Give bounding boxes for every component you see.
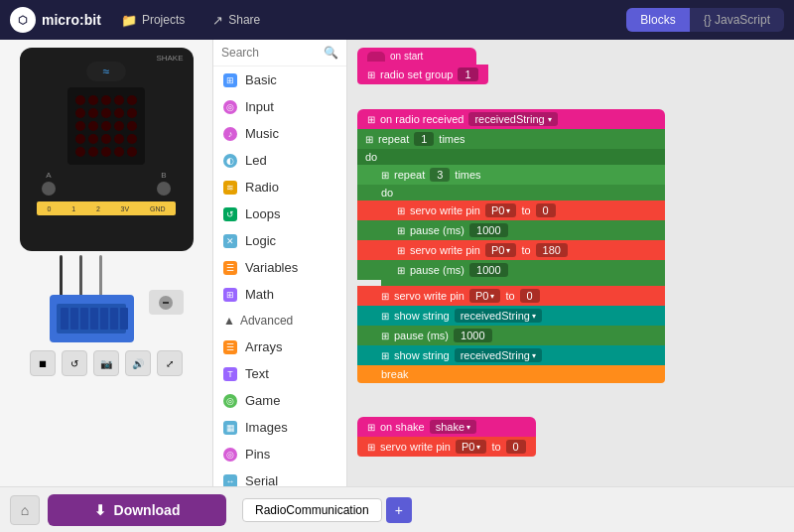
blocks-mode-button[interactable]: Blocks — [626, 8, 689, 32]
show-string-1-dropdown[interactable]: receivedString ▾ — [455, 309, 542, 323]
home-icon: ⌂ — [21, 502, 29, 518]
show-string-1-icon: ⊞ — [381, 311, 389, 322]
sidebar-item-variables[interactable]: ☰ Variables — [213, 254, 346, 281]
serial-icon: ↔ — [223, 474, 237, 487]
servo-pin-0[interactable]: P0 ▾ — [485, 203, 516, 217]
tab-label: RadioCommunication — [255, 503, 369, 517]
categories-panel: 🔍 ⊞ Basic ◎ Input ♪ Music ◐ Led ≋ Radio … — [213, 40, 347, 486]
loops-label: Loops — [245, 206, 280, 221]
advanced-section-header[interactable]: ▲ Advanced — [213, 308, 346, 333]
sidebar-item-loops[interactable]: ↺ Loops — [213, 200, 346, 227]
javascript-mode-button[interactable]: {} JavaScript — [690, 8, 784, 32]
show-string-1-block: ⊞ show string receivedString ▾ — [357, 306, 665, 326]
tab-bar: RadioCommunication + — [242, 497, 412, 523]
repeat-3-value: 3 — [430, 168, 450, 182]
sidebar-item-logic[interactable]: ✕ Logic — [213, 227, 346, 254]
sidebar-item-arrays[interactable]: ☰ Arrays — [213, 333, 346, 360]
input-icon: ◎ — [223, 100, 237, 114]
on-start-hat: on start — [357, 48, 476, 65]
on-radio-received-label: on radio received — [380, 113, 463, 125]
sidebar-item-serial[interactable]: ↔ Serial — [213, 467, 346, 486]
sidebar-item-radio[interactable]: ≋ Radio — [213, 174, 346, 200]
break-label: break — [381, 368, 409, 380]
break-block: break — [357, 365, 665, 383]
sidebar-item-pins[interactable]: ◎ Pins — [213, 441, 346, 467]
ab-buttons-row: A B — [42, 171, 171, 196]
images-label: Images — [245, 420, 288, 435]
share-button[interactable]: ↗ Share — [204, 9, 268, 32]
on-shake-group: ⊞ on shake shake ▾ ⊞ servo write pin P0 … — [357, 417, 536, 457]
radio-label: Radio — [245, 180, 279, 195]
servo-val-0b: 0 — [520, 289, 540, 303]
pause-val-1000b: 1000 — [469, 263, 507, 277]
on-radio-received-hat: ⊞ on radio received receivedString ▾ — [357, 109, 665, 129]
repeat-1-value: 1 — [414, 132, 434, 146]
home-button[interactable]: ⌂ — [10, 495, 40, 525]
logo: ⬡ micro:bit — [10, 7, 101, 33]
basic-icon: ⊞ — [223, 73, 237, 87]
download-button[interactable]: ⬇ Download — [48, 494, 226, 526]
arrays-icon: ☰ — [223, 340, 237, 354]
expand-button[interactable]: ⤢ — [157, 350, 183, 376]
variables-icon: ☰ — [223, 261, 237, 275]
repeat-1-container: ⊞ repeat 1 times — [357, 129, 665, 149]
pause-c-icon: ⊞ — [381, 331, 389, 341]
pins-label: Pins — [245, 447, 270, 462]
text-icon: T — [223, 367, 237, 381]
sidebar-item-music[interactable]: ♪ Music — [213, 120, 346, 147]
text-label: Text — [245, 366, 269, 381]
radio-set-group-label: radio set group — [380, 68, 453, 80]
sound-button[interactable]: 🔊 — [125, 350, 151, 376]
search-input[interactable] — [221, 46, 320, 60]
on-radio-received-group: ⊞ on radio received receivedString ▾ ⊞ r… — [357, 109, 665, 383]
pause-1000c-block: ⊞ pause (ms) 1000 — [357, 326, 665, 345]
b-button[interactable] — [157, 182, 171, 196]
screenshot-button[interactable]: 📷 — [93, 350, 119, 376]
music-icon: ♪ — [223, 127, 237, 141]
servo-0-icon: ⊞ — [397, 205, 405, 216]
servo-pin-180[interactable]: P0 ▾ — [485, 243, 516, 257]
blocks-canvas: on start ⊞ radio set group 1 ⊞ on radio … — [347, 40, 794, 486]
pins-icon: ◎ — [223, 448, 237, 462]
search-icon: 🔍 — [324, 46, 338, 60]
download-icon: ⬇ — [94, 502, 106, 518]
do-label-row-2: do — [357, 185, 665, 200]
received-string-dropdown[interactable]: receivedString ▾ — [468, 112, 557, 126]
restart-button[interactable]: ↺ — [62, 350, 87, 376]
show-string-2-dropdown[interactable]: receivedString ▾ — [455, 348, 542, 362]
math-label: Math — [245, 287, 274, 302]
tab-new-button[interactable]: + — [386, 497, 412, 523]
servo-val-0a: 0 — [536, 203, 556, 217]
shake-dropdown[interactable]: shake ▾ — [430, 420, 476, 434]
servo-write-0-block: ⊞ servo write pin P0 ▾ to 0 — [357, 200, 665, 220]
share-icon: ↗ — [212, 13, 223, 28]
pause-1000b-block: ⊞ pause (ms) 1000 — [357, 260, 665, 280]
sidebar-item-basic[interactable]: ⊞ Basic — [213, 66, 346, 93]
radio-set-group-block: ⊞ radio set group 1 — [357, 65, 488, 84]
servo-shake-pin[interactable]: P0 ▾ — [456, 440, 486, 454]
repeat-icon: ⊞ — [365, 134, 373, 145]
sidebar-item-input[interactable]: ◎ Input — [213, 93, 346, 120]
sidebar-item-game[interactable]: ◎ Game — [213, 387, 346, 414]
mode-toggle: Blocks {} JavaScript — [626, 8, 784, 32]
sidebar-item-text[interactable]: T Text — [213, 360, 346, 387]
stop-button[interactable]: ⏹ — [30, 350, 56, 376]
on-shake-icon: ⊞ — [367, 422, 375, 433]
game-label: Game — [245, 393, 280, 408]
projects-button[interactable]: 📁 Projects — [113, 9, 193, 32]
sidebar-item-led[interactable]: ◐ Led — [213, 147, 346, 174]
logic-icon: ✕ — [223, 234, 237, 248]
servo-motor — [149, 290, 184, 315]
search-bar: 🔍 — [213, 40, 346, 66]
arrays-label: Arrays — [245, 339, 283, 354]
a-button[interactable] — [42, 182, 56, 196]
sidebar-item-math[interactable]: ⊞ Math — [213, 281, 346, 308]
servo-180-icon: ⊞ — [397, 245, 405, 256]
wires-area — [20, 255, 194, 344]
servo-pin-0b[interactable]: P0 ▾ — [469, 289, 500, 303]
led-label: Led — [245, 153, 267, 168]
servo-val-180: 180 — [536, 243, 568, 257]
on-start-label: on start — [390, 51, 423, 62]
sidebar-item-images[interactable]: ▦ Images — [213, 414, 346, 441]
tab-radio-communication[interactable]: RadioCommunication — [242, 498, 382, 522]
